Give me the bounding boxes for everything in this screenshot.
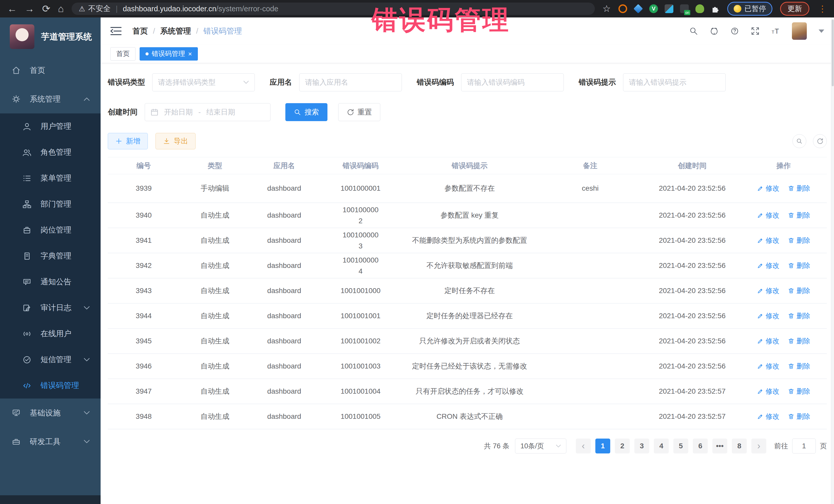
sidebar-item-menus[interactable]: 菜单管理 xyxy=(0,165,101,191)
browser-menu-icon[interactable]: ⋮ xyxy=(818,4,827,14)
profile-paused-chip[interactable]: 已暂停 xyxy=(727,2,772,16)
delete-link[interactable]: 删除 xyxy=(788,387,810,396)
page-button-5[interactable]: 5 xyxy=(673,439,688,454)
edit-link[interactable]: 修改 xyxy=(757,211,780,220)
user-avatar[interactable] xyxy=(792,22,807,40)
app-name-input[interactable]: 请输入应用名 xyxy=(299,73,402,91)
edit-link[interactable]: 修改 xyxy=(757,236,780,245)
extension-icon-3[interactable]: V xyxy=(649,4,658,13)
page-button-3[interactable]: 3 xyxy=(634,439,649,454)
sidebar-item-posts[interactable]: 岗位管理 xyxy=(0,217,101,243)
extension-icon-4[interactable] xyxy=(665,4,673,13)
extension-icon-1[interactable] xyxy=(618,4,627,13)
browser-update-button[interactable]: 更新 xyxy=(780,2,809,16)
delete-link[interactable]: 删除 xyxy=(788,184,810,193)
security-chip[interactable]: 不安全 xyxy=(88,4,111,14)
next-page-button[interactable]: › xyxy=(751,439,766,454)
sidebar-item-online-users[interactable]: 在线用户 xyxy=(0,321,101,347)
breadcrumb: 首页 / 系统管理 / 错误码管理 xyxy=(132,26,242,37)
forward-icon[interactable]: → xyxy=(25,3,35,14)
home-icon[interactable]: ⌂ xyxy=(58,3,64,14)
page-button-8[interactable]: 8 xyxy=(732,439,747,454)
close-icon[interactable]: × xyxy=(188,50,192,57)
sidebar-item-notices[interactable]: 通知公告 xyxy=(0,269,101,295)
toggle-search-button[interactable] xyxy=(792,134,806,148)
page-size-select[interactable]: 10条/页 xyxy=(515,439,566,454)
cell-id: 3940 xyxy=(108,211,180,219)
cell-id: 3943 xyxy=(108,287,180,295)
reload-icon[interactable]: ⟳ xyxy=(42,3,50,14)
scrollbar-thumb[interactable] xyxy=(832,20,834,86)
delete-link[interactable]: 删除 xyxy=(788,361,810,371)
extension-icon-2[interactable] xyxy=(634,4,642,13)
created-date-range-picker[interactable]: 开始日期 - 结束日期 xyxy=(145,103,270,121)
sidebar-item-dictionary[interactable]: 字典管理 xyxy=(0,243,101,269)
page-button-4[interactable]: 4 xyxy=(654,439,669,454)
avatar-caret-icon[interactable] xyxy=(819,29,824,33)
extensions-puzzle-icon[interactable] xyxy=(711,4,720,13)
cell-id: 3939 xyxy=(108,184,180,193)
sidebar-item-users[interactable]: 用户管理 xyxy=(0,113,101,139)
edit-link[interactable]: 修改 xyxy=(757,311,780,321)
extension-icon-6[interactable] xyxy=(696,4,704,13)
delete-link[interactable]: 删除 xyxy=(788,311,810,321)
sidebar-item-error-codes[interactable]: 错误码管理 xyxy=(0,373,101,398)
page-button-2[interactable]: 2 xyxy=(615,439,630,454)
sidebar-item-audit-logs[interactable]: 审计日志 xyxy=(0,295,101,321)
delete-link[interactable]: 删除 xyxy=(788,261,810,270)
edit-link[interactable]: 修改 xyxy=(757,336,780,346)
error-hint-input[interactable]: 请输入错误码提示 xyxy=(623,73,726,91)
edit-link[interactable]: 修改 xyxy=(757,261,780,270)
export-button[interactable]: 导出 xyxy=(155,133,196,149)
page-button-6[interactable]: 6 xyxy=(693,439,708,454)
more-pages-button[interactable]: ••• xyxy=(712,439,727,454)
tab-error-codes[interactable]: 错误码管理 × xyxy=(139,47,198,61)
reset-button[interactable]: 重置 xyxy=(338,103,380,121)
delete-link[interactable]: 删除 xyxy=(788,236,810,245)
refresh-button[interactable] xyxy=(813,134,827,148)
window-scrollbar[interactable] xyxy=(831,18,834,504)
edit-link[interactable]: 修改 xyxy=(757,286,780,295)
error-type-select[interactable]: 请选择错误码类型 xyxy=(152,73,255,91)
github-icon[interactable] xyxy=(710,27,719,36)
search-icon[interactable] xyxy=(689,27,698,36)
col-message: 错误码提示 xyxy=(403,161,536,171)
cell-error-code: 1001001004 xyxy=(318,387,403,395)
edit-link[interactable]: 修改 xyxy=(757,184,780,193)
edit-link[interactable]: 修改 xyxy=(757,361,780,371)
font-size-icon[interactable]: TT xyxy=(771,27,780,36)
edit-link[interactable]: 修改 xyxy=(757,387,780,396)
sidebar-item-roles[interactable]: 角色管理 xyxy=(0,139,101,165)
address-bar[interactable]: ⚠ 不安全 | dashboard.yudao.iocoder.cn/syste… xyxy=(72,3,595,15)
sidebar-item-system[interactable]: 系统管理 xyxy=(0,85,101,113)
cell-type: 自动生成 xyxy=(180,261,250,270)
code-icon xyxy=(23,381,31,390)
bookmark-star-icon[interactable]: ☆ xyxy=(602,3,611,14)
error-code-input[interactable]: 请输入错误码编码 xyxy=(461,73,564,91)
tab-home[interactable]: 首页 xyxy=(110,47,135,61)
edit-link[interactable]: 修改 xyxy=(757,412,780,421)
search-button[interactable]: 搜索 xyxy=(285,103,327,121)
sidebar-item-sms[interactable]: 短信管理 xyxy=(0,347,101,373)
delete-link[interactable]: 删除 xyxy=(788,286,810,295)
delete-link[interactable]: 删除 xyxy=(788,211,810,220)
fullscreen-icon[interactable] xyxy=(751,27,760,36)
delete-link[interactable]: 删除 xyxy=(788,336,810,346)
sidebar-item-infrastructure[interactable]: 基础设施 xyxy=(0,398,101,427)
help-icon[interactable] xyxy=(730,27,739,36)
sidebar-item-home[interactable]: 首页 xyxy=(0,56,101,85)
goto-page-input[interactable] xyxy=(792,439,816,454)
delete-link[interactable]: 删除 xyxy=(788,412,810,421)
breadcrumb-home[interactable]: 首页 xyxy=(132,26,148,37)
sidebar-item-dev-tools[interactable]: 研发工具 xyxy=(0,427,101,456)
extension-icon-5[interactable]: on xyxy=(680,4,689,13)
table-row: 3945 自动生成 dashboard 1001001002 只允许修改为开启或… xyxy=(108,329,827,354)
back-icon[interactable]: ← xyxy=(7,3,17,14)
page-button-1[interactable]: 1 xyxy=(595,439,610,454)
add-button[interactable]: 新增 xyxy=(108,133,148,149)
prev-page-button[interactable]: ‹ xyxy=(576,439,591,454)
breadcrumb-system[interactable]: 系统管理 xyxy=(160,26,191,37)
collapse-menu-icon[interactable] xyxy=(110,26,122,36)
home-icon xyxy=(12,66,21,75)
sidebar-item-departments[interactable]: 部门管理 xyxy=(0,191,101,217)
